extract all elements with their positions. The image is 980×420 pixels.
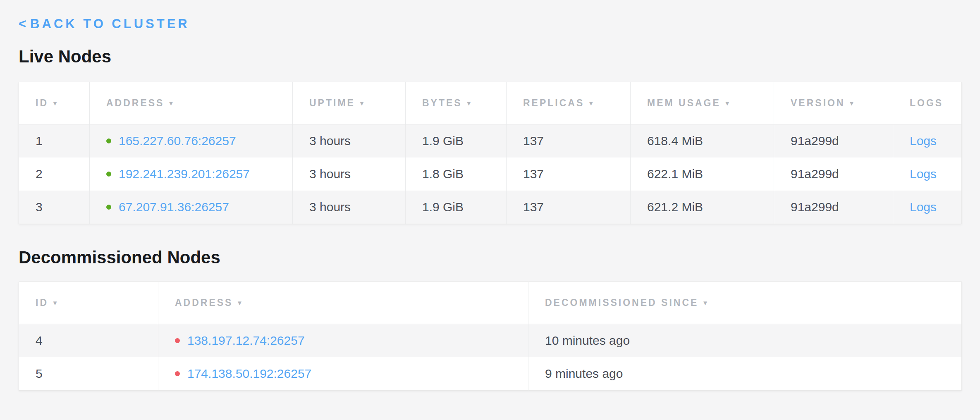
column-header-label: MEM USAGE — [647, 98, 721, 108]
cell-replicas: 137 — [507, 191, 631, 224]
live-nodes-header-row: ID▾ ADDRESS▾ UPTIME▾ BYTES▾ REPLICAS▾ ME… — [19, 82, 962, 124]
table-row: 3 67.207.91.36:26257 3 hours 1.9 GiB 137… — [19, 191, 962, 224]
cell-replicas: 137 — [507, 124, 631, 158]
table-row: 2 192.241.239.201:26257 3 hours 1.8 GiB … — [19, 158, 962, 191]
left-chevron-icon: < — [19, 17, 26, 31]
back-to-cluster-link[interactable]: <BACK TO CLUSTER — [19, 17, 190, 31]
cell-node-address: 192.241.239.201:26257 — [90, 158, 293, 191]
column-header-label: BYTES — [422, 98, 462, 108]
back-to-cluster-label: BACK TO CLUSTER — [30, 17, 190, 31]
cell-uptime: 3 hours — [293, 191, 406, 224]
cell-node-address: 174.138.50.192:26257 — [158, 357, 528, 391]
column-header-label: ID — [36, 297, 48, 308]
sort-arrow-icon: ▾ — [169, 100, 172, 107]
table-row: 1 165.227.60.76:26257 3 hours 1.9 GiB 13… — [19, 124, 962, 158]
cell-decommissioned-since: 9 minutes ago — [528, 357, 962, 391]
logs-link[interactable]: Logs — [910, 134, 937, 148]
column-header-address[interactable]: ADDRESS▾ — [90, 82, 293, 124]
live-node-status-icon — [106, 172, 111, 177]
cell-uptime: 3 hours — [293, 158, 406, 191]
column-header-bytes[interactable]: BYTES▾ — [406, 82, 507, 124]
column-header-label: VERSION — [791, 98, 845, 108]
node-address-link[interactable]: 67.207.91.36:26257 — [119, 200, 229, 214]
cell-node-address: 67.207.91.36:26257 — [90, 191, 293, 224]
node-address-link[interactable]: 174.138.50.192:26257 — [187, 367, 311, 381]
cell-bytes: 1.8 GiB — [406, 158, 507, 191]
sort-arrow-icon: ▾ — [726, 100, 729, 107]
column-header-label: LOGS — [910, 98, 943, 108]
cell-node-id: 4 — [19, 324, 158, 357]
cell-replicas: 137 — [507, 158, 631, 191]
live-node-status-icon — [106, 205, 111, 210]
cell-uptime: 3 hours — [293, 124, 406, 158]
cell-node-id: 1 — [19, 124, 90, 158]
sort-arrow-icon: ▾ — [467, 100, 471, 107]
table-row: 5 174.138.50.192:26257 9 minutes ago — [19, 357, 962, 391]
sort-arrow-icon: ▾ — [360, 100, 363, 107]
column-header-id[interactable]: ID▾ — [19, 82, 90, 124]
cell-version: 91a299d — [774, 191, 893, 224]
cell-node-id: 5 — [19, 357, 158, 391]
column-header-id[interactable]: ID▾ — [19, 282, 158, 324]
cell-decommissioned-since: 10 minutes ago — [528, 324, 962, 357]
cell-mem-usage: 621.2 MiB — [631, 191, 774, 224]
column-header-label: ADDRESS — [106, 98, 164, 108]
node-address-link[interactable]: 165.227.60.76:26257 — [119, 134, 236, 148]
column-header-label: DECOMMISSIONED SINCE — [545, 297, 698, 308]
live-nodes-title: Live Nodes — [19, 46, 961, 67]
cell-node-address: 165.227.60.76:26257 — [90, 124, 293, 158]
cell-node-id: 3 — [19, 191, 90, 224]
column-header-label: ID — [36, 98, 48, 108]
live-node-status-icon — [106, 138, 111, 143]
sort-arrow-icon: ▾ — [850, 100, 853, 107]
decommissioned-nodes-title: Decommissioned Nodes — [19, 247, 961, 268]
node-address-link[interactable]: 192.241.239.201:26257 — [119, 167, 250, 181]
logs-link[interactable]: Logs — [910, 200, 937, 214]
sort-arrow-icon: ▾ — [53, 100, 57, 107]
node-address-link[interactable]: 138.197.12.74:26257 — [187, 334, 305, 348]
column-header-replicas[interactable]: REPLICAS▾ — [507, 82, 631, 124]
cell-bytes: 1.9 GiB — [406, 124, 507, 158]
cell-version: 91a299d — [774, 158, 893, 191]
column-header-decommissioned-since[interactable]: DECOMMISSIONED SINCE▾ — [528, 282, 962, 324]
decommissioned-node-status-icon — [175, 371, 180, 376]
column-header-label: UPTIME — [309, 98, 355, 108]
sort-arrow-icon: ▾ — [703, 299, 707, 306]
cell-bytes: 1.9 GiB — [406, 191, 507, 224]
page: <BACK TO CLUSTER Live Nodes ID▾ ADDRESS▾… — [0, 0, 980, 391]
live-nodes-table: ID▾ ADDRESS▾ UPTIME▾ BYTES▾ REPLICAS▾ ME… — [19, 82, 962, 224]
decommissioned-nodes-table: ID▾ ADDRESS▾ DECOMMISSIONED SINCE▾ 4 138… — [19, 282, 962, 391]
sort-arrow-icon: ▾ — [238, 299, 241, 306]
cell-logs: Logs — [893, 124, 962, 158]
decommissioned-header-row: ID▾ ADDRESS▾ DECOMMISSIONED SINCE▾ — [19, 282, 962, 324]
logs-link[interactable]: Logs — [910, 167, 937, 181]
sort-arrow-icon: ▾ — [53, 299, 57, 306]
cell-node-address: 138.197.12.74:26257 — [158, 324, 528, 357]
cell-mem-usage: 622.1 MiB — [631, 158, 774, 191]
column-header-mem-usage[interactable]: MEM USAGE▾ — [631, 82, 774, 124]
column-header-version[interactable]: VERSION▾ — [774, 82, 893, 124]
cell-version: 91a299d — [774, 124, 893, 158]
column-header-logs: LOGS — [893, 82, 962, 124]
cell-logs: Logs — [893, 191, 962, 224]
decommissioned-node-status-icon — [175, 338, 180, 343]
column-header-label: REPLICAS — [523, 98, 584, 108]
sort-arrow-icon: ▾ — [589, 100, 593, 107]
cell-node-id: 2 — [19, 158, 90, 191]
column-header-label: ADDRESS — [175, 297, 233, 308]
cell-mem-usage: 618.4 MiB — [631, 124, 774, 158]
cell-logs: Logs — [893, 158, 962, 191]
column-header-uptime[interactable]: UPTIME▾ — [293, 82, 406, 124]
table-row: 4 138.197.12.74:26257 10 minutes ago — [19, 324, 962, 357]
column-header-address[interactable]: ADDRESS▾ — [158, 282, 528, 324]
